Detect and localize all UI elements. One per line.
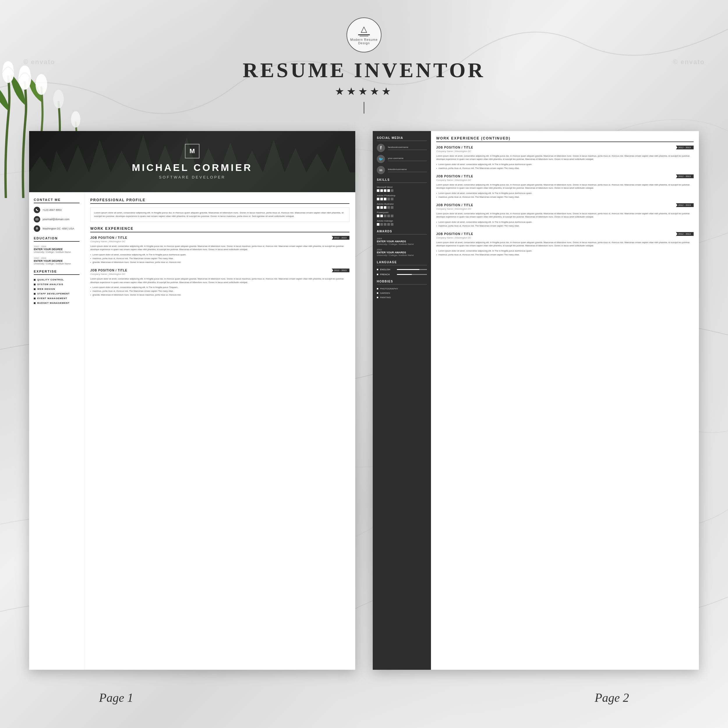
p2-job-date-3: 2012 - 2013: [676, 203, 694, 207]
hobby-2: GARDEN: [377, 292, 427, 294]
job-title-2: JOB POSITION / TITLE: [90, 269, 127, 272]
dot-empty: [391, 223, 393, 226]
email-item: yourmail@domain.com: [34, 216, 80, 222]
monogram-box: M: [185, 144, 199, 158]
dot-empty: [391, 215, 393, 217]
location-icon: [34, 225, 40, 232]
facebook-handle: facebook/username: [388, 146, 427, 150]
awards-title: AWARDS: [377, 230, 427, 234]
facebook-icon: f: [377, 144, 385, 152]
bullet-icon: [34, 302, 35, 304]
job-header-2: JOB POSITION / TITLE 2012 - 2013: [90, 269, 349, 272]
p2-job-2: JOB POSITION / TITLE 2012 - 2013 Company…: [436, 174, 694, 199]
person-icon: △: [361, 25, 367, 33]
job-title-1: JOB POSITION / TITLE: [90, 236, 127, 239]
job-date-1: 2012 - 2013: [332, 236, 349, 240]
work-section-title: WORK EXPERIENCE: [90, 226, 349, 232]
lang-fill: [397, 269, 419, 270]
dot: [380, 206, 383, 209]
p2-job-header-1: JOB POSITION / TITLE 2012 - 2013: [436, 145, 694, 149]
logo-lines: [358, 34, 370, 35]
hobby-bullet: [377, 297, 378, 298]
skills-title: SKILLS: [377, 178, 427, 183]
award-school-2: University / Collega / Institute Name: [377, 254, 427, 257]
p2-job-3: JOB POSITION / TITLE 2012 - 2013 Company…: [436, 203, 694, 228]
edu-school-2: University / College / Institute Name: [34, 262, 80, 265]
dot-empty: [384, 223, 387, 226]
p2-job-desc-3: Lorem ipsum dolor sit amet, consectetur …: [436, 212, 694, 219]
page-1: M MICHAEL CORMIER SOFTWARE DEVELOPER CON…: [29, 131, 355, 670]
svg-rect-8: [36, 219, 38, 220]
page2-right: WORK EXPERIENCE (CONTINUED) JOB POSITION…: [431, 131, 699, 670]
dot-empty: [391, 189, 393, 192]
svg-point-3: [19, 66, 30, 81]
dot: [387, 189, 390, 192]
p2-bullet-3-1: •Lorem ipsum dolor sit amet, consectetur…: [436, 220, 694, 224]
edu-item-2: 2002 - 2004 ENTER YOUR DEGREE University…: [34, 257, 80, 265]
svg-point-1: [3, 61, 14, 76]
dot-empty: [380, 223, 383, 226]
job-company-1: Company Name | Washington DC: [90, 240, 349, 243]
edu-year-2: 2002 - 2004: [34, 257, 80, 260]
person-name: MICHAEL CORMIER: [132, 162, 252, 173]
linkedin-handle: linkedin/username: [388, 168, 427, 172]
edu-degree-1: ENTER YOUR DEGREE: [34, 248, 80, 251]
skill-indesign: Adobe Indesign: [377, 220, 427, 226]
skill-name-1: Microsoft Word: [377, 186, 427, 188]
skill-dots-4: [377, 215, 427, 217]
job-bullet-1-2: •maximus, porta risus ut, rhoncus nisl. …: [90, 257, 349, 260]
brand-divider: [364, 102, 364, 113]
p2-job-desc-1: Lorem ipsum dolor sit amet, consectetur …: [436, 154, 694, 161]
education-title: EDUCATION: [34, 237, 80, 242]
lang-french: FRENCH: [377, 273, 427, 276]
p2-job-company-2: Company Name | Washington DC: [436, 179, 694, 181]
profile-text: Lorem ipsum dolor sit amet, consectetur …: [90, 207, 349, 222]
job-desc-2: Lorem ipsum dolor sit amet, consectetur …: [90, 277, 349, 284]
email-icon: [34, 216, 40, 222]
dot: [380, 198, 383, 200]
p2-job-title-1: JOB POSITION / TITLE: [436, 146, 473, 149]
award-1: 2004 ENTER YOUR AWARDS University / Coll…: [377, 237, 427, 245]
social-facebook: f facebook/username: [377, 144, 427, 152]
dot: [377, 223, 379, 226]
logo-circle: △ Modern Resume Design: [347, 17, 381, 52]
hobby-name-1: PHOTOGRAPHY: [380, 288, 398, 290]
language-title: LANGUAGE: [377, 261, 427, 265]
expertise-5: EVENT MANAGEMENT: [34, 297, 80, 300]
dot-empty: [387, 206, 390, 209]
hobby-name-2: GARDEN: [380, 292, 390, 294]
hobby-bullet: [377, 292, 378, 294]
p2-job-company-3: Company Name | Washington DC: [436, 208, 694, 210]
svg-point-5: [53, 90, 64, 108]
expertise-3: WEB DESIGN: [34, 288, 80, 290]
p2-job-1: JOB POSITION / TITLE 2012 - 2013 Company…: [436, 145, 694, 170]
linkedin-icon: in: [377, 166, 385, 174]
svg-point-4: [35, 74, 47, 95]
brand-stars: ★★★★★: [335, 85, 393, 98]
p2-job-header-4: JOB POSITION / TITLE 2012 - 2013: [436, 232, 694, 236]
p2-job-date-1: 2012 - 2013: [676, 145, 694, 149]
skill-dots-3: [377, 206, 427, 209]
p2-job-title-2: JOB POSITION / TITLE: [436, 175, 473, 178]
phone-item: +123 4567 8953: [34, 207, 80, 213]
skill-name-4: Powerpoint: [377, 211, 427, 214]
dot: [377, 206, 379, 209]
p2-job-company-1: Company Name | Washington DC: [436, 150, 694, 153]
skill-name-3: Adobe Illustrator: [377, 203, 427, 205]
logo-lines-2: [359, 36, 369, 37]
bullet-icon: [34, 293, 35, 295]
p2-job-header-3: JOB POSITION / TITLE 2012 - 2013: [436, 203, 694, 207]
skill-dots-1: [377, 189, 427, 192]
page2-body: SOCIAL MEDIA f facebook/username 🐦 your-…: [373, 131, 699, 670]
p2-job-date-4: 2012 - 2013: [676, 232, 694, 236]
edu-item-1: 2002 - 2004 ENTER YOUR DEGREE University…: [34, 245, 80, 253]
twitter-handle: your-username: [388, 157, 427, 161]
bullet-icon: [34, 284, 35, 285]
p2-bullet-1-2: •maximus, porta risus ut, rhoncus nisl. …: [436, 167, 694, 170]
logo-text: Modern Resume Design: [347, 38, 381, 45]
dot-empty: [391, 206, 393, 209]
dot: [380, 189, 383, 192]
lang-bar-french: [397, 274, 427, 275]
skill-powerpoint: Powerpoint: [377, 211, 427, 217]
p2-bullet-1-1: •Lorem ipsum dolor sit amet, consectetur…: [436, 163, 694, 166]
